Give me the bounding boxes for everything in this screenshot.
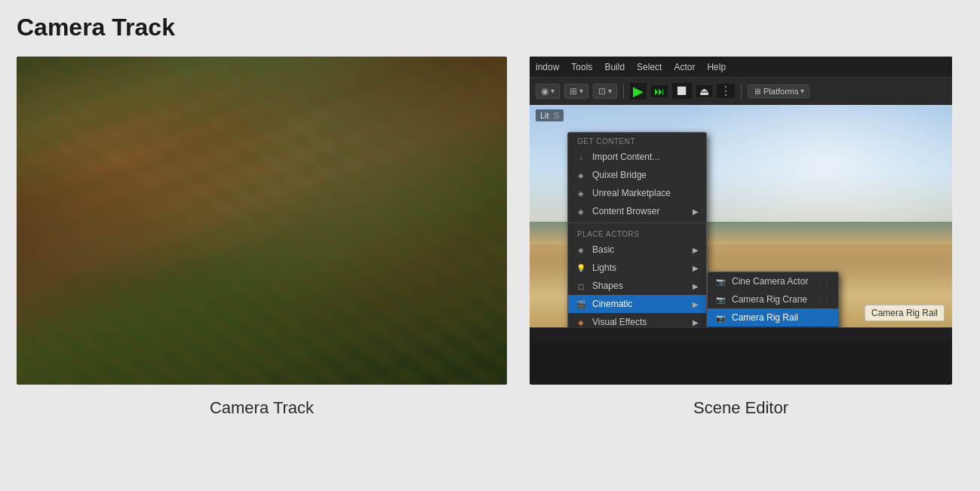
level-sequence-actor-item[interactable]: 📷 Level Sequence Actor ⋮⋮ <box>708 327 838 327</box>
left-panel-caption: Camera Track <box>210 398 314 418</box>
toolbar-separator-2 <box>741 84 742 99</box>
cine-camera-actor-item[interactable]: 📷 Cine Camera Actor ⋮⋮ <box>708 272 838 290</box>
visual-effects-arrow: ▶ <box>693 318 699 327</box>
basic-arrow: ▶ <box>693 246 699 254</box>
editor-toolbar: ◉ ▾ ⊞ ▾ ⊡ ▾ ▶ ⏭ ⏹ ⏏ ⋮ 🖥 <box>530 78 952 105</box>
lights-item[interactable]: 💡 Lights ▶ <box>568 259 706 277</box>
camera-rig-rail-item[interactable]: 📷 Camera Rig Rail ⋮⋮ <box>708 308 838 327</box>
menu-actor[interactable]: Actor <box>674 62 695 72</box>
lights-icon: 💡 <box>576 262 586 273</box>
tooltip-box: Camera Rig Rail <box>865 305 945 321</box>
dropdown-overlay: GET CONTENT ↓ Import Content... ◈ Quixel… <box>567 132 707 327</box>
lights-label: Lights <box>592 262 616 273</box>
cinematic-label: Cinematic <box>592 299 632 309</box>
quixel-icon: ◈ <box>576 170 586 180</box>
marketplace-icon: ◈ <box>576 188 586 198</box>
import-content-item[interactable]: ↓ Import Content... <box>568 148 706 166</box>
page-title: Camera Track <box>0 0 980 49</box>
viewport-mode-label: S <box>554 111 559 120</box>
cinematic-submenu: 📷 Cine Camera Actor ⋮⋮ 📷 Camera Rig Cran… <box>707 272 839 327</box>
camera-rig-rail-icon: 📷 <box>715 312 726 323</box>
menu-tools[interactable]: Tools <box>571 62 592 72</box>
shapes-item[interactable]: ◻ Shapes ▶ <box>568 277 706 295</box>
basic-icon: ◈ <box>576 244 586 255</box>
cine-camera-label: Cine Camera Actor <box>732 276 808 287</box>
platforms-button[interactable]: 🖥 Platforms ▾ <box>748 84 809 98</box>
skip-forward-button[interactable]: ⏭ <box>651 85 668 97</box>
menu-window[interactable]: indow <box>536 62 559 72</box>
lit-label: Lit <box>540 111 549 120</box>
stop-button[interactable]: ⏹ <box>672 83 692 99</box>
visual-effects-icon: ◈ <box>576 317 586 327</box>
lights-arrow: ▶ <box>693 264 699 272</box>
menu-select[interactable]: Select <box>637 62 662 72</box>
editor-menubar: indow Tools Build Select Actor Help <box>530 57 952 78</box>
quixel-bridge-label: Quixel Bridge <box>592 170 647 180</box>
camera-rig-crane-icon: 📷 <box>715 294 726 305</box>
camera-rig-rail-label: Camera Rig Rail <box>732 312 798 323</box>
quixel-bridge-item[interactable]: ◈ Quixel Bridge <box>568 166 706 184</box>
visual-effects-item[interactable]: ◈ Visual Effects ▶ <box>568 313 706 327</box>
basic-item[interactable]: ◈ Basic ▶ <box>568 241 706 259</box>
import-content-label: Import Content... <box>592 152 659 162</box>
content-browser-item[interactable]: ◈ Content Browser ▶ <box>568 202 706 220</box>
menu-help[interactable]: Help <box>707 62 726 72</box>
more-options-button[interactable]: ⋮ <box>717 84 735 98</box>
dropdown-divider-1 <box>568 222 706 223</box>
shapes-label: Shapes <box>592 281 623 291</box>
shapes-arrow: ▶ <box>693 282 699 290</box>
editor-frame: indow Tools Build Select Actor Help ◉ ▾ … <box>530 57 952 385</box>
play-button[interactable]: ▶ <box>630 83 647 100</box>
get-content-label: GET CONTENT <box>568 133 706 148</box>
basic-label: Basic <box>592 244 614 255</box>
cinematic-arrow: ▶ <box>693 300 699 308</box>
left-panel: Camera Track <box>17 57 507 418</box>
rail-dots: ⋮⋮ <box>816 314 831 322</box>
unreal-marketplace-item[interactable]: ◈ Unreal Marketplace <box>568 184 706 202</box>
cine-camera-dots: ⋮⋮ <box>816 278 831 286</box>
camera-track-image <box>17 57 507 385</box>
editor-statusbar <box>530 327 952 342</box>
toolbar-grid-btn[interactable]: ⊞ ▾ <box>564 84 588 99</box>
camera-rig-crane-item[interactable]: 📷 Camera Rig Crane ⋮⋮ <box>708 290 838 308</box>
unreal-marketplace-label: Unreal Marketplace <box>592 188 671 198</box>
shapes-icon: ◻ <box>576 281 586 291</box>
content-browser-arrow: ▶ <box>693 207 699 216</box>
cinematic-icon: 🎬 <box>576 299 586 309</box>
editor-viewport: Lit S GET CONTENT ↓ Import Content... ◈ … <box>530 105 952 327</box>
content-browser-label: Content Browser <box>592 206 659 216</box>
menu-build[interactable]: Build <box>604 62 625 72</box>
import-icon: ↓ <box>576 152 586 162</box>
cine-camera-icon: 📷 <box>715 276 726 287</box>
visual-effects-label: Visual Effects <box>592 317 647 327</box>
cinematic-item[interactable]: 🎬 Cinematic ▶ <box>568 295 706 313</box>
place-actors-label: PLACE ACTORS <box>568 226 706 241</box>
eject-button[interactable]: ⏏ <box>696 85 712 97</box>
dropdown-menu: GET CONTENT ↓ Import Content... ◈ Quixel… <box>567 132 707 327</box>
tooltip-text: Camera Rig Rail <box>871 308 938 318</box>
right-panel-caption: Scene Editor <box>693 398 788 418</box>
forest-scene-bg <box>17 57 507 385</box>
toolbar-mode-btn[interactable]: ◉ ▾ <box>536 84 560 99</box>
toolbar-separator-1 <box>623 84 624 99</box>
camera-rig-crane-label: Camera Rig Crane <box>732 294 807 305</box>
right-panel: indow Tools Build Select Actor Help ◉ ▾ … <box>530 57 952 418</box>
crane-dots: ⋮⋮ <box>816 296 831 304</box>
viewport-label: Lit S <box>536 109 564 121</box>
content-browser-icon: ◈ <box>576 206 586 216</box>
toolbar-snap-btn[interactable]: ⊡ ▾ <box>593 84 617 99</box>
